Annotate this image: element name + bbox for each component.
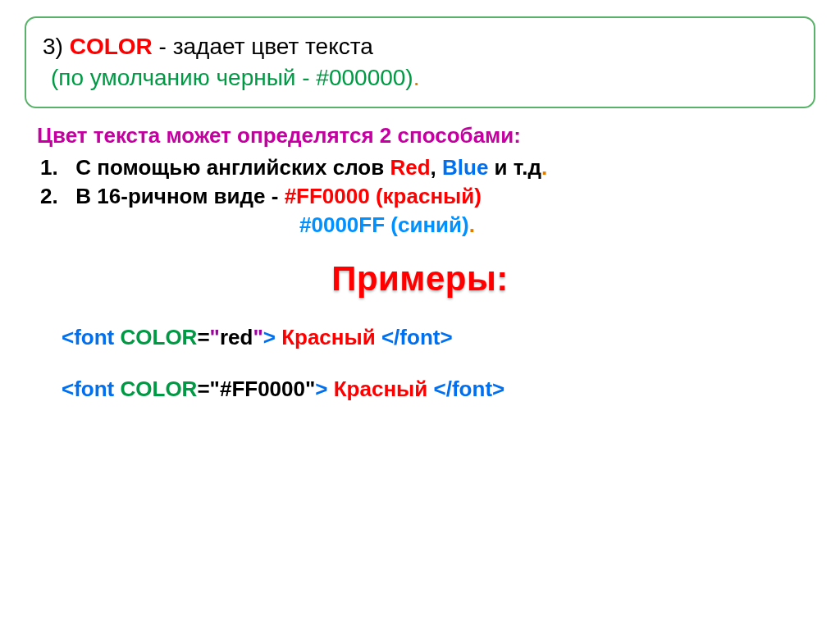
ex1-gt2: >	[440, 325, 452, 349]
intro-text: Цвет текста может определятся 2 способам…	[37, 123, 803, 148]
ex1-q2: "	[253, 325, 262, 349]
title-dash: -	[153, 34, 173, 59]
item2-hex-red: #FF0000 (красный)	[285, 184, 482, 208]
title-box: 3) COLOR - задает цвет текста (по умолча…	[25, 16, 815, 108]
ex1-tag-open: font	[74, 325, 114, 349]
ex1-tag-close: font	[399, 325, 440, 349]
item1-blue: Blue	[442, 155, 488, 180]
ex1-content: Красный	[276, 325, 381, 349]
title-descr: задает цвет текста	[173, 34, 373, 59]
title-line-1: 3) COLOR - задает цвет текста	[43, 31, 797, 62]
item1-red: Red	[390, 155, 430, 180]
ex2-q2: "	[305, 377, 315, 401]
ex2-lt2: </	[434, 377, 452, 401]
list-item-1: 1. С помощью английских слов Red, Blue и…	[37, 155, 803, 180]
body-content: Цвет текста может определятся 2 способам…	[0, 123, 840, 402]
title-default-text: по умолчанию черный - #000000)	[58, 65, 413, 90]
item2b-hex-blue: #0000FF (синий)	[299, 212, 469, 237]
item1-etc: и т.д	[488, 155, 541, 180]
examples-heading: Примеры:	[37, 259, 803, 299]
item1-num: 1.	[40, 155, 58, 180]
title-dot: .	[413, 65, 420, 90]
ex2-val: #FF0000	[220, 377, 305, 401]
slide-content: 3) COLOR - задает цвет текста (по умолча…	[0, 0, 840, 402]
title-line-2: (по умолчанию черный - #000000).	[43, 62, 797, 94]
list-item-2: 2. В 16-ричном виде - #FF0000 (красный)	[37, 184, 803, 209]
ex2-sp	[114, 377, 120, 401]
ex2-tag-close: font	[452, 377, 492, 401]
item2-num: 2.	[40, 184, 58, 208]
ex2-eq: =	[197, 377, 209, 401]
ex2-tag-open: font	[74, 377, 114, 401]
item2-text: В 16-ричном виде -	[58, 184, 285, 208]
ex2-lt: <	[62, 377, 74, 401]
ex2-content: Красный	[328, 377, 434, 401]
ex2-q1: "	[210, 377, 220, 401]
item1-text: С помощью английских слов	[58, 155, 390, 180]
ex1-sp	[114, 325, 120, 349]
ex1-val: red	[220, 325, 253, 349]
item1-dot: .	[541, 155, 547, 180]
ex1-lt: <	[62, 325, 74, 349]
title-color-attr: COLOR	[70, 34, 153, 59]
item2b-dot: .	[469, 212, 475, 237]
ex1-attr: COLOR	[121, 325, 198, 349]
ex1-gt: >	[263, 325, 276, 349]
ex1-eq: =	[197, 325, 209, 349]
ex1-lt2: </	[381, 325, 399, 349]
ex1-q1: "	[210, 325, 220, 349]
ex2-gt: >	[315, 377, 327, 401]
title-paren-open: (	[51, 65, 58, 90]
ex2-attr: COLOR	[121, 377, 198, 401]
example-1: <font COLOR="red"> Красный </font>	[37, 325, 803, 350]
example-2: <font COLOR="#FF0000"> Красный </font>	[37, 377, 803, 402]
ex2-gt2: >	[492, 377, 504, 401]
item1-sep: ,	[431, 155, 442, 180]
list-item-2b: #0000FF (синий).	[37, 212, 803, 238]
title-number: 3)	[43, 34, 70, 59]
